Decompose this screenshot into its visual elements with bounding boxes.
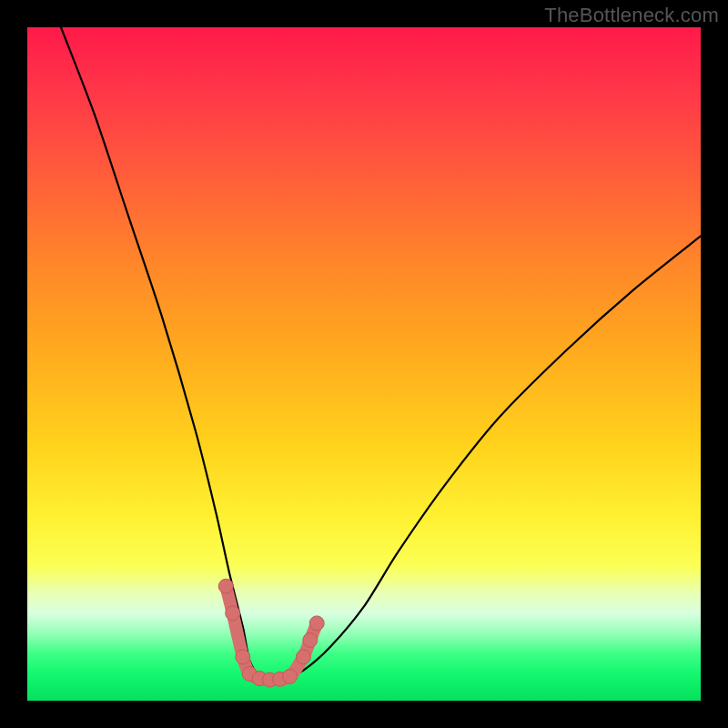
chart-svg — [27, 27, 701, 701]
marker-dot — [283, 669, 298, 683]
markers-basin-highlight — [226, 586, 317, 680]
marker-dot — [226, 606, 240, 621]
marker-dot — [303, 632, 318, 647]
watermark-text: TheBottleneck.com — [544, 4, 719, 27]
bottleneck-curve — [61, 27, 701, 681]
marker-dot — [309, 616, 324, 631]
marker-dot — [296, 650, 310, 664]
marker-dot — [218, 579, 233, 593]
marker-dot — [236, 650, 250, 664]
chart-frame: TheBottleneck.com — [0, 0, 728, 728]
